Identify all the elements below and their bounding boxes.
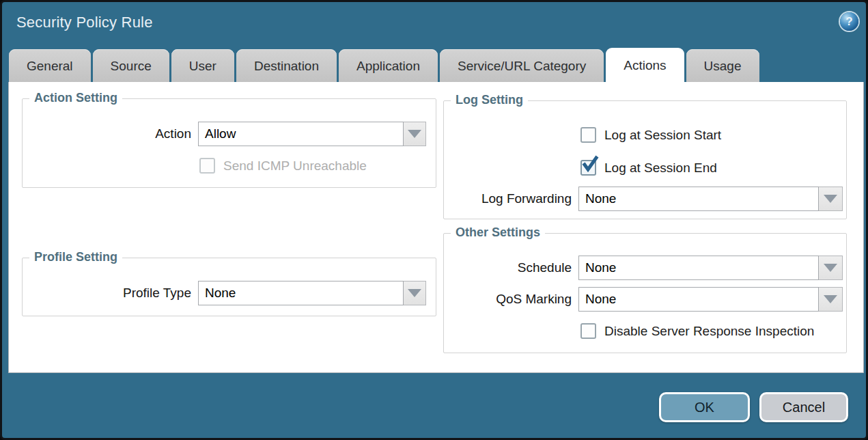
profile-setting-group: Profile Setting Profile Type None — [22, 258, 436, 316]
log-session-end-checkbox[interactable] — [580, 160, 596, 176]
profile-type-dropdown-button[interactable] — [404, 281, 426, 305]
log-setting-group: Log Setting Log at Session Start Log at … — [443, 100, 847, 219]
chevron-down-icon — [408, 289, 421, 297]
tab-general[interactable]: General — [9, 49, 91, 83]
log-forwarding-dropdown-button[interactable] — [819, 187, 843, 211]
log-session-start-label: Log at Session Start — [604, 128, 721, 143]
chevron-down-icon — [408, 130, 421, 138]
help-icon[interactable]: ? — [840, 12, 858, 31]
actions-tab-panel: Action Setting Action Allow Send ICMP Un… — [8, 82, 864, 373]
tab-destination[interactable]: Destination — [236, 49, 337, 83]
log-forwarding-label: Log Forwarding — [444, 187, 572, 211]
profile-setting-legend: Profile Setting — [29, 250, 122, 264]
profile-type-label: Profile Type — [23, 281, 191, 305]
profile-type-dropdown-value[interactable]: None — [198, 281, 404, 305]
schedule-dropdown-value[interactable]: None — [578, 256, 819, 280]
log-forwarding-dropdown[interactable]: None — [578, 187, 843, 211]
qos-marking-dropdown[interactable]: None — [578, 287, 843, 312]
dsri-row: Disable Server Response Inspection — [580, 323, 814, 339]
chevron-down-icon — [824, 295, 837, 303]
send-icmp-unreachable-checkbox — [199, 158, 215, 174]
tab-service-url-category[interactable]: Service/URL Category — [440, 49, 604, 83]
other-settings-group: Other Settings Schedule None QoS Marking… — [443, 233, 847, 353]
tab-bar: General Source User Destination Applicat… — [9, 49, 759, 83]
qos-marking-dropdown-value[interactable]: None — [578, 287, 819, 312]
schedule-label: Schedule — [444, 256, 572, 280]
dialog-title: Security Policy Rule — [16, 14, 153, 31]
send-icmp-unreachable-label: Send ICMP Unreachable — [223, 159, 367, 174]
cancel-button[interactable]: Cancel — [759, 392, 848, 422]
log-setting-legend: Log Setting — [451, 93, 528, 107]
dsri-label: Disable Server Response Inspection — [604, 324, 814, 339]
send-icmp-unreachable-row: Send ICMP Unreachable — [199, 158, 367, 174]
action-dropdown-value[interactable]: Allow — [198, 122, 404, 146]
tab-application[interactable]: Application — [339, 49, 438, 83]
security-policy-rule-dialog: Security Policy Rule ? General Source Us… — [0, 0, 868, 440]
qos-marking-label: QoS Marking — [444, 287, 572, 312]
log-session-end-label: Log at Session End — [604, 161, 717, 176]
action-setting-group: Action Setting Action Allow Send ICMP Un… — [22, 98, 436, 188]
action-setting-legend: Action Setting — [29, 91, 122, 105]
tab-source[interactable]: Source — [93, 49, 169, 83]
action-label: Action — [23, 122, 191, 146]
schedule-dropdown[interactable]: None — [578, 256, 843, 280]
chevron-down-icon — [824, 264, 837, 272]
log-session-start-row: Log at Session Start — [580, 127, 721, 143]
chevron-down-icon — [824, 195, 837, 203]
log-forwarding-dropdown-value[interactable]: None — [578, 187, 819, 211]
profile-type-dropdown[interactable]: None — [198, 281, 426, 305]
tab-user[interactable]: User — [171, 49, 234, 83]
qos-marking-dropdown-button[interactable] — [819, 287, 843, 312]
checkmark-icon — [582, 157, 598, 173]
schedule-dropdown-button[interactable] — [819, 256, 843, 280]
log-session-end-row: Log at Session End — [580, 160, 717, 176]
action-dropdown-button[interactable] — [404, 122, 426, 146]
tab-usage[interactable]: Usage — [686, 49, 759, 83]
dsri-checkbox[interactable] — [580, 323, 596, 339]
action-dropdown[interactable]: Allow — [198, 122, 426, 146]
log-session-start-checkbox[interactable] — [580, 127, 596, 143]
ok-button[interactable]: OK — [659, 392, 750, 422]
tab-actions[interactable]: Actions — [606, 48, 684, 83]
other-settings-legend: Other Settings — [451, 225, 545, 240]
